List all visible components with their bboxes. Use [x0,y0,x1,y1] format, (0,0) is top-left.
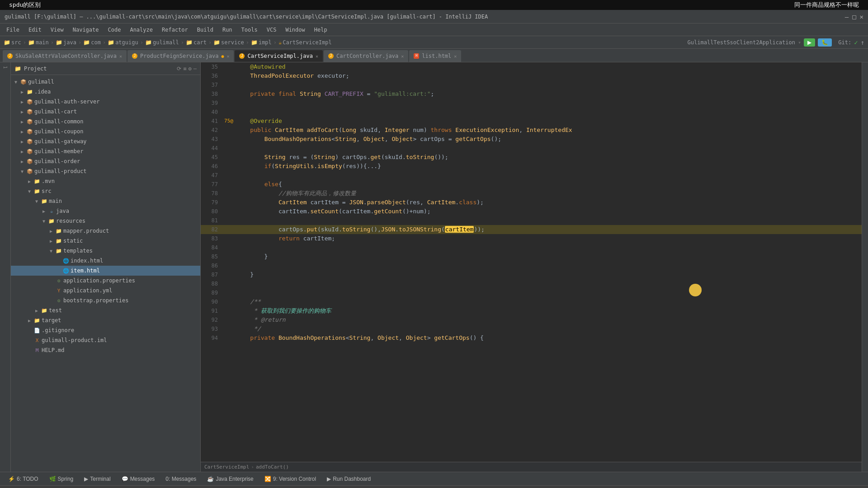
toolbar-0-messages[interactable]: 0: Messages [161,474,201,484]
bottom-toolbar: ⚡ 6: TODO 🌿 Spring ▶ Terminal 💬 Messages… [0,472,868,485]
tree-item-idea[interactable]: ▶ 📁 .idea [11,87,200,97]
tree-item-auth-server[interactable]: ▶ 📦 gulimall-auth-server [11,97,200,107]
sync-icon[interactable]: ⟳ [177,66,181,72]
tree-item-java[interactable]: ▶ ☕ java [11,206,200,216]
code-editor[interactable]: 35 @Autowired 36 ThreadPoolExecutor exec… [201,62,862,462]
tab-list-html[interactable]: H list.html ✕ [409,50,461,62]
menu-analyze[interactable]: Analyze [126,26,156,34]
breadcrumb-service[interactable]: 📁 service› [213,39,250,46]
tree-item-app-props[interactable]: ▶ ⚙ application.properties [11,276,200,286]
tree-item-product[interactable]: ▼ 📦 gulimall-product [11,166,200,176]
menu-code[interactable]: Code [104,26,125,34]
menu-edit[interactable]: Edit [25,26,45,34]
code-line-85: 85 } [201,252,862,261]
menu-build[interactable]: Build [193,26,217,34]
git-update-icon[interactable]: ↑ [861,39,864,46]
menu-help[interactable]: Help [311,26,331,34]
tree-item-app-yml[interactable]: ▶ Y application.yml [11,286,200,296]
java-icon: J [7,53,13,59]
toolbar-messages[interactable]: 💬 Messages [117,474,160,484]
breadcrumb-gulimall[interactable]: 📁 gulimall› [145,39,185,46]
minimize-panel-icon[interactable]: — [193,66,197,72]
tree-item-gateway[interactable]: ▶ 📦 gulimall-gateway [11,136,200,146]
code-line-44: 44 [201,144,862,153]
tab-CartServiceImpl[interactable]: J CartServiceImpl.java ✕ [235,50,323,62]
tab-close-icon[interactable]: ✕ [454,54,457,59]
menu-run[interactable]: Run [219,26,236,34]
toolbar-java-enterprise[interactable]: ☕ Java Enterprise [203,474,258,484]
tree-item-gulimall[interactable]: ▼ 📦 gulimall [11,77,200,87]
breadcrumb-src[interactable]: 📁 src› [4,39,27,46]
toolbar-spring[interactable]: 🌿 Spring [45,474,78,484]
menu-file[interactable]: File [3,26,23,34]
tree-item-index-html[interactable]: ▶ 🌐 index.html [11,256,200,266]
code-line-47: 47 [201,171,862,180]
tree-item-test[interactable]: ▶ 📁 test [11,305,200,315]
menu-navigate[interactable]: Navigate [69,26,103,34]
tree-item-help-md[interactable]: ▶ M HELP.md [11,345,200,355]
breadcrumb-atguigu[interactable]: 📁 atguigu› [108,39,144,46]
breadcrumb-com[interactable]: 📁 com› [83,39,107,46]
toolbar-todo[interactable]: ⚡ 6: TODO [4,474,43,484]
tree-item-cart[interactable]: ▶ 📦 gulimall-cart [11,107,200,117]
maximize-button[interactable]: □ [852,13,856,20]
tab-close-icon[interactable]: ✕ [401,54,404,59]
menu-refactor[interactable]: Refactor [158,26,192,34]
code-line-41: 41 75@ @Override [201,117,862,126]
tree-item-bootstrap-props[interactable]: ▶ ⚙ bootstrap.properties [11,296,200,305]
tree-item-iml[interactable]: ▶ X gulimall-product.iml [11,335,200,345]
code-line-82: 82 cartOps.put(skuId.toString(),JSON.toJ… [201,225,862,234]
toolbar-version-control[interactable]: 🔀 9: Version Control [260,474,321,484]
tree-item-common[interactable]: ▶ 📦 gulimall-common [11,117,200,127]
breadcrumb-impl[interactable]: 📁 impl› [251,39,278,46]
menu-view[interactable]: View [47,26,67,34]
code-line-79: 79 CartItem cartItem = JSON.parseObject(… [201,198,862,207]
tab-close-icon[interactable]: ✕ [119,54,122,59]
tree-item-member[interactable]: ▶ 📦 gulimall-member [11,146,200,156]
toolbar-terminal[interactable]: ▶ Terminal [80,474,115,484]
run-button[interactable]: ▶ [804,38,815,47]
tab-close-icon[interactable]: ✕ [226,54,229,59]
tree-item-templates[interactable]: ▼ 📁 templates [11,246,200,256]
menu-window[interactable]: Window [282,26,308,34]
tab-close-icon[interactable]: ✕ [316,54,318,59]
git-check-icon[interactable]: ✓ [854,39,858,46]
menu-vcs[interactable]: VCS [263,26,280,34]
java-icon: J [328,53,334,59]
close-button[interactable]: ✕ [860,13,863,20]
settings-icon[interactable]: ⚙ [189,66,192,72]
tree-item-target[interactable]: ▶ 📁 target [11,315,200,325]
breadcrumb-cart[interactable]: 📁 cart› [186,39,212,46]
run-controls: GulimallTestSsoClient2Application ▾ ▶ 🐛 … [688,38,864,47]
menu-tools[interactable]: Tools [238,26,261,34]
toolbar-run-dashboard[interactable]: ▶ Run Dashboard [322,474,375,484]
tree-item-src[interactable]: ▼ 📁 src [11,186,200,196]
tree-item-item-html[interactable]: ▶ 🌐 item.html [11,266,200,276]
breadcrumb-java[interactable]: 📁 java› [56,39,82,46]
tree-item-gitignore[interactable]: ▶ 📄 .gitignore [11,325,200,335]
tab-ProductFeignService[interactable]: J ProductFeignService.java ● ✕ [127,50,234,62]
tree-item-order[interactable]: ▶ 📦 gulimall-order [11,156,200,166]
activity-bar: 1 [0,62,11,472]
tab-SkuSaleAttrValueController[interactable]: J SkuSaleAttrValueController.java ✕ [3,50,127,62]
run-config-dropdown[interactable]: ▾ [798,39,801,46]
code-line-93: 93 */ [201,324,862,333]
minimize-button[interactable]: — [845,13,849,20]
tree-item-resources[interactable]: ▼ 📁 resources [11,216,200,226]
tree-item-mapper[interactable]: ▶ 📁 mapper.product [11,226,200,236]
project-sidebar: 📁 Project ⟳ ≡ ⚙ — ▼ 📦 gulimall ▶ 📁 .idea [11,62,201,472]
code-line-90: 90 /** [201,297,862,306]
tree-item-main[interactable]: ▼ 📁 main [11,196,200,206]
code-line-36: 36 ThreadPoolExecutor executor; [201,71,862,80]
code-line-86: 86 [201,261,862,270]
debug-button[interactable]: 🐛 [818,38,832,47]
code-line-37: 37 [201,80,862,89]
tree-item-coupon[interactable]: ▶ 📦 gulimall-coupon [11,127,200,136]
window-title: gulimall [F:\gulimall] — ...\gulimall-ca… [5,14,488,20]
tab-CartController[interactable]: J CartController.java ✕ [324,50,408,62]
breadcrumb-class[interactable]: ☕ CartServiceImpl [278,39,332,46]
collapse-icon[interactable]: ≡ [183,66,186,72]
tree-item-mvn[interactable]: ▶ 📁 .mvn [11,176,200,186]
breadcrumb-main[interactable]: 📁 main› [28,39,55,46]
tree-item-static[interactable]: ▶ 📁 static [11,236,200,246]
